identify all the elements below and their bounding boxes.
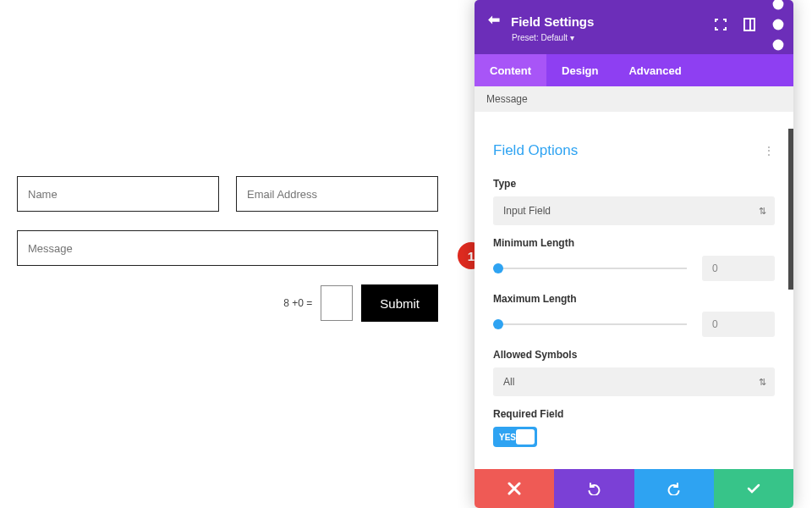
captcha-input[interactable] <box>321 285 353 321</box>
tab-content[interactable]: Content <box>475 54 546 86</box>
captcha-label: 8 +0 = <box>283 297 312 309</box>
tab-advanced[interactable]: Advanced <box>613 54 696 86</box>
responsive-icon[interactable] <box>743 18 756 31</box>
allowed-symbols-select[interactable]: All ⇅ <box>493 367 775 396</box>
tabs: Content Design Advanced <box>475 54 793 86</box>
svg-point-2 <box>773 0 784 9</box>
expand-icon[interactable] <box>714 18 727 31</box>
name-field[interactable] <box>17 176 219 212</box>
contact-form: 8 +0 = Submit <box>17 176 438 322</box>
chevron-updown-icon: ⇅ <box>759 206 766 217</box>
section-title: Field Options <box>493 142 578 159</box>
required-label: Required Field <box>493 408 775 420</box>
back-icon[interactable] <box>486 14 501 30</box>
section-kebab-icon[interactable]: ⋮ <box>763 144 775 157</box>
panel-footer <box>475 469 793 508</box>
type-label: Type <box>493 178 775 190</box>
max-length-value[interactable]: 0 <box>702 312 775 337</box>
panel-title: Field Settings <box>511 14 594 29</box>
svg-point-4 <box>773 40 784 51</box>
cancel-button[interactable] <box>475 469 554 508</box>
allowed-symbols-label: Allowed Symbols <box>493 349 775 361</box>
max-length-label: Maximum Length <box>493 293 775 305</box>
max-length-slider[interactable] <box>493 316 687 333</box>
scrollbar[interactable] <box>788 129 793 290</box>
redo-button[interactable] <box>634 469 714 508</box>
redo-icon <box>667 482 681 495</box>
type-select[interactable]: Input Field ⇅ <box>493 196 775 225</box>
svg-rect-1 <box>749 19 751 30</box>
tab-design[interactable]: Design <box>546 54 613 86</box>
min-length-value[interactable]: 0 <box>702 256 775 281</box>
settings-panel: Field Settings Preset: Default ▾ Content… <box>475 0 793 508</box>
save-button[interactable] <box>714 469 793 508</box>
panel-header: Field Settings Preset: Default ▾ <box>475 0 793 54</box>
min-length-slider[interactable] <box>493 260 687 277</box>
min-length-label: Minimum Length <box>493 237 775 249</box>
message-field[interactable] <box>17 230 438 266</box>
preset-dropdown[interactable]: Preset: Default ▾ <box>512 33 782 42</box>
panel-body: Message Field Options ⋮ Type Input Field… <box>475 86 793 469</box>
chevron-updown-icon: ⇅ <box>759 377 766 388</box>
close-icon <box>508 482 521 495</box>
svg-point-3 <box>773 19 784 30</box>
required-toggle[interactable]: YES <box>493 427 537 447</box>
submit-button[interactable]: Submit <box>361 284 438 322</box>
undo-icon <box>587 482 601 495</box>
undo-button[interactable] <box>554 469 634 508</box>
email-field[interactable] <box>236 176 438 212</box>
check-icon <box>747 482 760 495</box>
kebab-icon[interactable] <box>771 18 785 31</box>
title-field[interactable]: Message <box>475 86 793 112</box>
